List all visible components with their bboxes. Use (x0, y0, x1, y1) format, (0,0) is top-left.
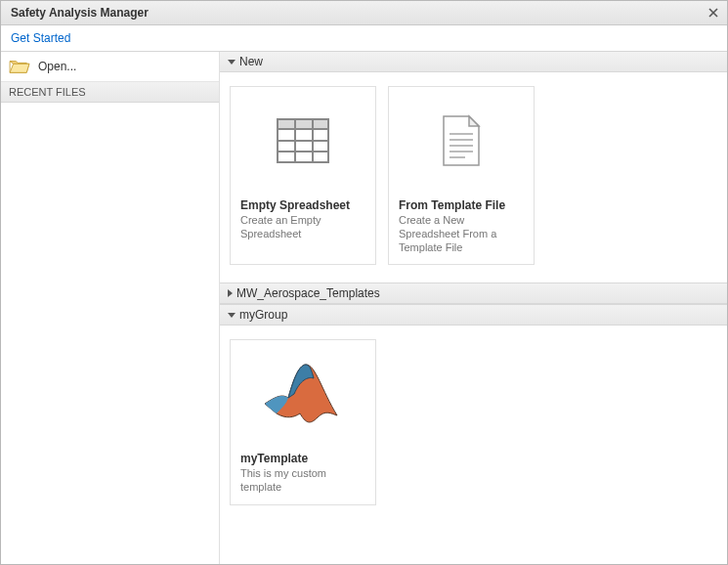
open-button[interactable]: Open... (1, 52, 219, 82)
card-empty-spreadsheet[interactable]: Empty Spreadsheet Create an Empty Spread… (230, 86, 376, 265)
chevron-right-icon (228, 289, 233, 297)
link-row: Get Started (1, 25, 727, 52)
app-window: Safety Analysis Manager Get Started Open (0, 0, 728, 565)
card-meta: From Template File Create a New Spreadsh… (389, 195, 534, 264)
card-from-template[interactable]: From Template File Create a New Spreadsh… (388, 86, 535, 265)
card-title: myTemplate (240, 452, 365, 465)
card-meta: Empty Spreadsheet Create an Empty Spread… (231, 195, 375, 251)
card-title: Empty Spreadsheet (240, 198, 365, 212)
matlab-logo-icon (259, 355, 347, 433)
card-meta: myTemplate This is my custom template (231, 448, 375, 504)
titlebar: Safety Analysis Manager (1, 1, 727, 25)
card-thumb (389, 87, 534, 195)
recent-files-header: RECENT FILES (1, 82, 219, 103)
section-label: MW_Aerospace_Templates (236, 286, 380, 300)
section-header-aerospace[interactable]: MW_Aerospace_Templates (220, 282, 727, 304)
card-desc: Create an Empty Spreadsheet (240, 214, 365, 241)
chevron-down-icon (228, 313, 236, 318)
spreadsheet-icon (276, 117, 330, 164)
card-desc: This is my custom template (240, 467, 365, 495)
open-label: Open... (38, 60, 76, 73)
section-header-new[interactable]: New (220, 52, 727, 72)
card-desc: Create a New Spreadsheet From a Template… (399, 214, 524, 254)
main-panel: New Empty Sprea (220, 52, 727, 564)
svg-rect-3 (278, 119, 328, 129)
card-thumb (231, 340, 375, 448)
section-body-mygroup: myTemplate This is my custom template (220, 326, 727, 523)
close-icon (708, 8, 718, 18)
section-body-new: Empty Spreadsheet Create an Empty Spread… (220, 72, 727, 282)
chevron-down-icon (228, 60, 236, 65)
close-button[interactable] (706, 5, 721, 21)
folder-open-icon (9, 58, 30, 75)
section-label: myGroup (239, 308, 287, 322)
card-mytemplate[interactable]: myTemplate This is my custom template (230, 339, 376, 505)
section-header-mygroup[interactable]: myGroup (220, 304, 727, 326)
card-title: From Template File (399, 198, 524, 212)
body: Open... RECENT FILES New (1, 52, 727, 564)
section-label: New (239, 55, 263, 68)
get-started-link[interactable]: Get Started (11, 31, 70, 45)
sidebar: Open... RECENT FILES (1, 52, 220, 564)
document-icon (440, 114, 483, 167)
card-thumb (231, 87, 375, 195)
window-title: Safety Analysis Manager (11, 6, 706, 20)
